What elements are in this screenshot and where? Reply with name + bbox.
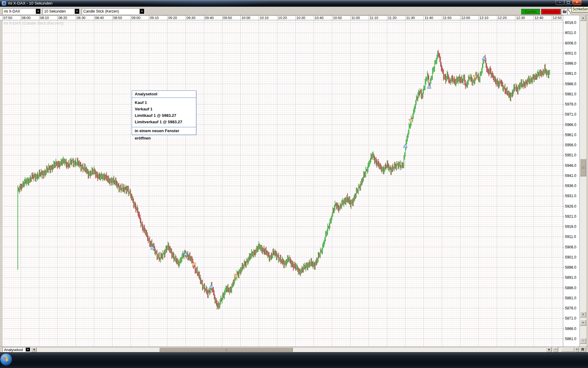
price-axis-tick	[563, 94, 564, 94]
time-axis-tick	[552, 16, 552, 20]
chevron-down-icon[interactable]: ▼	[26, 348, 30, 351]
time-axis-tick	[314, 16, 314, 20]
close-button[interactable]: ✕	[573, 0, 581, 5]
price-axis-label: 5866.0	[565, 327, 576, 331]
time-axis-tick	[39, 16, 40, 20]
sell-marker-icon	[409, 119, 413, 123]
windows-logo-icon	[3, 357, 9, 362]
zoom-slider[interactable]	[558, 347, 575, 352]
price-axis-label: 5941.0	[565, 174, 576, 178]
close-tooltip: Schließen	[571, 6, 588, 12]
menu-item-limit-buy[interactable]: Limitkauf 1 @ 5983.27	[132, 112, 196, 119]
vertical-zoom-in-button[interactable]: +	[580, 320, 586, 326]
price-axis-label: 5926.0	[565, 204, 576, 209]
price-axis-label: 6011.0	[565, 31, 576, 35]
maximize-button[interactable]	[564, 0, 572, 5]
price-axis-label: 5871.0	[565, 316, 576, 320]
scroll-down-button[interactable]: ▼	[580, 312, 586, 317]
chevron-down-icon[interactable]: ▼	[36, 9, 40, 14]
zoom-slider-thumb[interactable]	[561, 347, 574, 352]
scroll-up-button[interactable]: ▲	[580, 15, 586, 21]
time-axis-label: 09:30	[187, 16, 195, 20]
time-axis-tick	[442, 16, 442, 20]
scroll-right-button[interactable]: ▶	[547, 347, 552, 352]
horizontal-zoom-in-button[interactable]: +	[575, 347, 579, 352]
time-axis-label: 12:20	[498, 16, 507, 20]
time-axis-tick	[369, 16, 369, 20]
time-axis-label: 08:20	[58, 16, 67, 20]
chevron-down-icon[interactable]: ▼	[140, 9, 144, 14]
app-window: mi X-DAX - 10 Sekunden – ✕ mi X-DAX ▼ 10…	[0, 0, 588, 352]
chevron-down-icon[interactable]: ▼	[75, 9, 79, 14]
price-axis-tick	[563, 84, 564, 84]
reset-view-button[interactable]: R	[579, 347, 586, 352]
time-axis-tick	[533, 16, 534, 20]
chart-type-select[interactable]: Candle Stick (Kerzen) ▼	[82, 8, 145, 14]
instrument-value: mi X-DAX	[4, 9, 20, 13]
time-axis-label: 08:00	[22, 16, 31, 20]
candlestick-chart-icon[interactable]	[562, 9, 567, 14]
time-axis-label: 10:00	[241, 16, 250, 20]
vertical-zoom-out-button[interactable]: −	[580, 338, 586, 344]
vertical-scroll-thumb[interactable]	[580, 159, 586, 176]
menu-item-sell[interactable]: Verkauf 1	[132, 106, 196, 112]
sell-button[interactable]: Verkaufen	[541, 9, 561, 14]
horizontal-scrollbar[interactable]	[36, 347, 547, 352]
price-axis-label: 5971.0	[565, 112, 576, 117]
app-starburst-icon	[2, 1, 6, 6]
time-axis-label: 09:50	[223, 16, 232, 20]
buy-marker-icon	[209, 285, 213, 288]
price-axis-tick	[563, 114, 564, 115]
price-axis-tick	[563, 267, 564, 268]
buy-button[interactable]: Kaufen	[521, 9, 540, 14]
price-axis-tick	[563, 43, 564, 44]
price-axis-tick	[563, 145, 564, 145]
price-axis-tick	[563, 53, 564, 54]
time-axis-tick	[204, 16, 204, 20]
price-axis-label: 5901.0	[565, 255, 576, 259]
time-axis-label: 10:10	[260, 16, 269, 20]
scroll-left-button[interactable]: ◀	[31, 347, 36, 352]
instrument-select[interactable]: mi X-DAX ▼	[2, 8, 41, 14]
time-axis-label: 11:00	[351, 16, 360, 20]
horizontal-zoom-out-button[interactable]: −	[553, 347, 558, 352]
window-title: mi X-DAX - 10 Sekunden	[8, 1, 52, 6]
start-button[interactable]	[0, 353, 12, 366]
price-axis-tick	[563, 237, 564, 237]
price-axis-tick	[563, 186, 564, 186]
price-axis-tick	[563, 278, 564, 278]
time-axis-tick	[94, 16, 94, 20]
time-axis-label: 10:50	[333, 16, 342, 20]
title-bar[interactable]: mi X-DAX - 10 Sekunden – ✕	[0, 0, 588, 7]
price-axis-label: 5951.0	[565, 153, 576, 157]
price-axis-label: 5976.0	[565, 102, 576, 106]
time-axis-label: 11:20	[388, 16, 397, 20]
time-axis-label: 09:00	[132, 16, 141, 20]
time-axis-tick	[167, 16, 168, 20]
chart-plot-area[interactable]: mi X-DAX (Candle Stick (Kerzen))	[2, 20, 563, 347]
time-axis-label: 10:30	[296, 16, 305, 20]
minimize-button[interactable]: –	[556, 0, 564, 5]
price-axis-label: 5886.0	[565, 286, 576, 290]
time-axis-tick	[296, 16, 296, 20]
interval-select[interactable]: 10 Sekunden ▼	[43, 8, 80, 14]
time-axis-label: 09:20	[168, 16, 177, 20]
time-axis-tick	[277, 16, 277, 20]
time-axis-label: 12:00	[461, 16, 470, 20]
bottom-bar: Analysetool ▼ ◀ ▶ − + R	[0, 347, 588, 352]
tool-select[interactable]: Analysetool ▼	[2, 347, 31, 352]
menu-item-limit-sell[interactable]: Limitverkauf 1 @ 5983.27	[132, 119, 196, 125]
horizontal-scroll-thumb[interactable]	[159, 347, 293, 352]
price-axis-label: 5956.0	[565, 143, 576, 147]
time-axis-label: 11:40	[424, 16, 433, 20]
menu-item-buy[interactable]: Kauf 1	[132, 99, 196, 106]
time-axis-tick	[76, 16, 76, 20]
price-axis-label: 5986.0	[565, 82, 576, 86]
vertical-scrollbar[interactable]: ▲ ▼ + −	[579, 15, 586, 347]
menu-item-open-new-window[interactable]: in einem neuen Fenster eröffnen	[132, 127, 196, 135]
buy-marker-icon	[482, 56, 486, 60]
taskbar: e e Y! WINTV » ▲	[0, 353, 588, 368]
time-axis-tick	[222, 16, 223, 20]
context-menu-header: Analysetool	[132, 91, 196, 98]
price-axis-label: 5876.0	[565, 306, 576, 310]
